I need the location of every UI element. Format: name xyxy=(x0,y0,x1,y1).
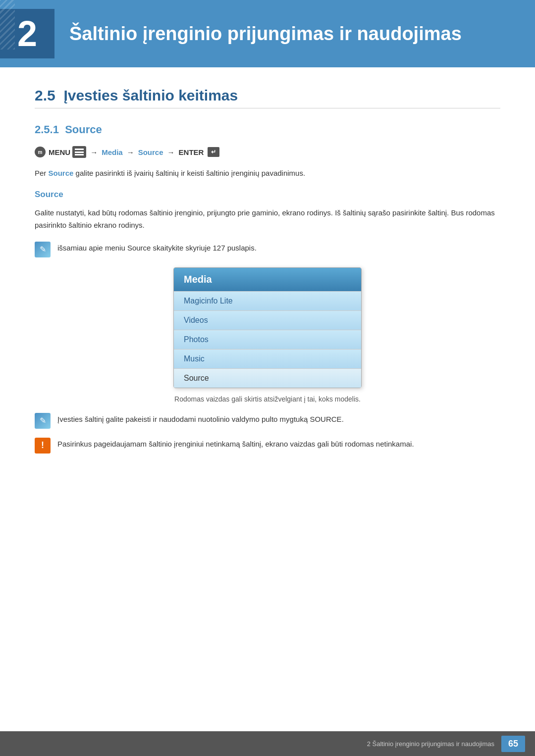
nav-enter: ENTER xyxy=(179,148,204,156)
section-heading: 2.5 Įvesties šaltinio keitimas xyxy=(35,87,500,108)
note-text-2: Įvesties šaltinį galite pakeisti ir naud… xyxy=(57,413,344,426)
media-menu-screenshot: Media Magicinfo Lite Videos Photos Music… xyxy=(35,267,500,388)
note-block-1: ✎ išsamiau apie meniu Source skaitykite … xyxy=(35,242,500,257)
media-menu-header: Media xyxy=(174,268,361,291)
footer-page-number: 65 xyxy=(501,736,525,752)
source-bold-3: SOURCE xyxy=(310,415,341,423)
subsection-heading: 2.5.1 Source xyxy=(35,123,500,136)
note-pencil-icon: ✎ xyxy=(35,242,51,257)
menu-grid-icon xyxy=(72,146,86,158)
media-menu: Media Magicinfo Lite Videos Photos Music… xyxy=(173,267,362,388)
source-subheading: Source xyxy=(35,190,500,200)
note-block-2: ✎ Įvesties šaltinį galite pakeisti ir na… xyxy=(35,413,500,429)
footer-chapter-text: 2 Šaltinio įrenginio prijungimas ir naud… xyxy=(367,740,494,748)
body-paragraph-1: Galite nustatyti, kad būtų rodomas šalti… xyxy=(35,206,500,232)
navigation-path: MENU → Media → Source → ENTER ↵ xyxy=(35,146,500,158)
arrow-2: → xyxy=(127,148,134,156)
source-bold-1: Source xyxy=(49,169,74,177)
menu-icon: MENU xyxy=(35,146,86,158)
note-text-1: išsamiau apie meniu Source skaitykite sk… xyxy=(57,242,257,254)
source-bold-2: Source xyxy=(127,244,151,252)
nav-source: Source xyxy=(138,148,163,156)
menu-item-source: Source xyxy=(174,368,361,388)
arrow-1: → xyxy=(90,148,98,156)
image-caption: Rodomas vaizdas gali skirtis atsižvelgia… xyxy=(35,395,500,403)
decorative-pattern xyxy=(0,0,15,50)
main-content: 2.5 Įvesties šaltinio keitimas 2.5.1 Sou… xyxy=(0,67,535,502)
chapter-title: Šaltinio įrenginio prijungimas ir naudoj… xyxy=(69,23,462,45)
arrow-3: → xyxy=(167,148,175,156)
intro-paragraph: Per Source galite pasirinkti iš įvairių … xyxy=(35,167,500,180)
nav-media: Media xyxy=(102,148,123,156)
warning-text: Pasirinkus pageidaujamam šaltinio įrengi… xyxy=(57,438,414,451)
enter-icon: ↵ xyxy=(208,147,219,157)
page-footer: 2 Šaltinio įrenginio prijungimas ir naud… xyxy=(0,731,535,756)
menu-item-music: Music xyxy=(174,349,361,368)
menu-item-videos: Videos xyxy=(174,310,361,330)
remote-control-icon xyxy=(35,147,46,157)
menu-item-magicinfo: Magicinfo Lite xyxy=(174,291,361,310)
chapter-number: 2 xyxy=(17,16,37,51)
note-pencil-icon-2: ✎ xyxy=(35,413,51,429)
menu-label: MENU xyxy=(49,148,70,156)
warning-block: ! Pasirinkus pageidaujamam šaltinio įren… xyxy=(35,438,500,454)
warning-icon: ! xyxy=(35,438,51,454)
menu-item-photos: Photos xyxy=(174,330,361,349)
page-header: 2 Šaltinio įrenginio prijungimas ir naud… xyxy=(0,0,535,67)
